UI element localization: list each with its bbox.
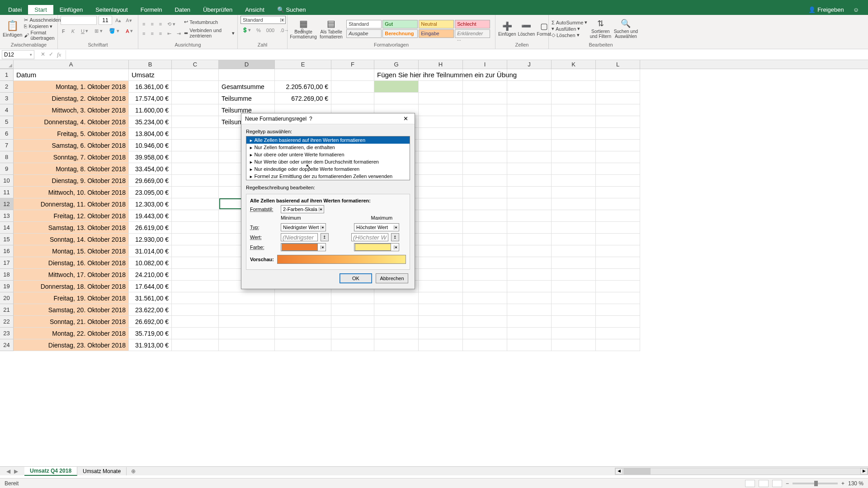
enter-formula-icon[interactable]: ✓ [49, 51, 53, 58]
cond-format-icon[interactable]: ▦ [299, 18, 308, 29]
cell[interactable]: Dienstag, 2. Oktober 2018 [14, 93, 129, 104]
horizontal-scrollbar[interactable]: ◀ ▶ [615, 468, 868, 475]
cell[interactable] [596, 257, 640, 269]
cell[interactable] [172, 198, 219, 210]
add-sheet-button[interactable]: ⊕ [127, 468, 140, 474]
share-button[interactable]: 👤 Freigeben [808, 6, 844, 13]
align-right-icon[interactable]: ≡ [158, 30, 163, 37]
font-name-input[interactable] [61, 16, 97, 25]
rule-option-0[interactable]: Alle Zellen basierend auf ihren Werten f… [246, 136, 410, 144]
align-center-icon[interactable]: ≡ [149, 30, 155, 37]
cell[interactable]: Dienstag, 9. Oktober 2018 [14, 175, 129, 187]
min-color-dropdown[interactable] [281, 243, 326, 251]
cell[interactable]: 672.269,00 € [275, 93, 331, 104]
copy-button[interactable]: ⎘ Kopieren ▾ [24, 23, 61, 29]
border-button[interactable]: ⊞ ▾ [93, 28, 104, 34]
cell[interactable] [596, 187, 640, 198]
rule-type-list[interactable]: Alle Zellen basierend auf ihren Werten f… [246, 136, 410, 180]
cell[interactable]: 11.600,00 € [129, 104, 172, 116]
cell[interactable] [507, 328, 552, 339]
number-format-dropdown[interactable]: Standard [241, 16, 286, 24]
cell[interactable] [596, 116, 640, 128]
rule-option-5[interactable]: Formel zur Ermittlung der zu formatieren… [246, 173, 410, 180]
cell[interactable] [463, 69, 507, 81]
wrap-text-button[interactable]: ↩ Textumbruch [184, 19, 235, 25]
cell[interactable] [552, 81, 596, 93]
column-header-d[interactable]: D [219, 60, 275, 69]
cell[interactable] [507, 210, 552, 222]
cell[interactable] [596, 292, 640, 304]
cell[interactable]: 17.574,00 € [129, 93, 172, 104]
tab-insert[interactable]: Einfügen [53, 5, 89, 14]
cell[interactable] [507, 128, 552, 140]
cell[interactable]: Umsatz [129, 69, 172, 81]
cell[interactable] [463, 281, 507, 292]
cell[interactable] [419, 187, 463, 198]
cell[interactable] [596, 234, 640, 245]
style-ausgabe[interactable]: Ausgabe [346, 29, 382, 38]
cell[interactable] [507, 316, 552, 328]
format-painter-button[interactable]: 🖌 Format übertragen [24, 30, 61, 41]
cell[interactable]: 2.205.670,00 € [275, 81, 331, 93]
sheet-tab-other[interactable]: Umsatz Monate [77, 467, 127, 475]
rule-option-3[interactable]: Nur Werte über oder unter dem Durchschni… [246, 158, 410, 165]
cell[interactable] [596, 93, 640, 104]
cell[interactable] [219, 316, 275, 328]
cell[interactable]: 17.644,00 € [129, 281, 172, 292]
cell[interactable] [419, 222, 463, 234]
row-header[interactable]: 18 [0, 269, 14, 281]
row-header[interactable]: 24 [0, 339, 14, 351]
cell[interactable] [219, 328, 275, 339]
cell[interactable] [507, 81, 552, 93]
cell[interactable] [172, 245, 219, 257]
cell[interactable] [596, 69, 640, 81]
cell[interactable] [596, 151, 640, 163]
cell[interactable] [419, 316, 463, 328]
cell[interactable]: Montag, 8. Oktober 2018 [14, 163, 129, 175]
cell[interactable] [172, 234, 219, 245]
row-header[interactable]: 13 [0, 210, 14, 222]
cell[interactable] [507, 304, 552, 316]
cell[interactable] [507, 163, 552, 175]
min-type-dropdown[interactable]: Niedrigster Wert [281, 223, 326, 231]
cell[interactable] [419, 328, 463, 339]
cell[interactable] [275, 339, 331, 351]
cell[interactable] [552, 316, 596, 328]
cell[interactable] [463, 187, 507, 198]
cell[interactable] [552, 234, 596, 245]
cell[interactable]: 12.303,00 € [129, 198, 172, 210]
cell[interactable] [596, 316, 640, 328]
cell[interactable] [419, 257, 463, 269]
zoom-level[interactable]: 130 % [848, 480, 863, 487]
style-standard[interactable]: Standard [346, 20, 382, 28]
cell[interactable] [463, 128, 507, 140]
cell[interactable] [507, 104, 552, 116]
cell[interactable] [596, 198, 640, 210]
cell[interactable]: Samstag, 13. Oktober 2018 [14, 222, 129, 234]
cell[interactable] [507, 257, 552, 269]
cond-format-button[interactable]: Bedingte Formatierung [290, 29, 316, 39]
row-header[interactable]: 6 [0, 128, 14, 140]
tab-view[interactable]: Ansicht [239, 5, 271, 14]
cell[interactable] [419, 210, 463, 222]
cell[interactable] [172, 104, 219, 116]
align-left-icon[interactable]: ≡ [141, 30, 146, 37]
cell[interactable] [507, 269, 552, 281]
cell[interactable] [331, 316, 374, 328]
cell[interactable] [219, 292, 275, 304]
cell[interactable] [172, 69, 219, 81]
table-format-button[interactable]: Als Tabelle formatieren [318, 29, 344, 39]
cell[interactable] [172, 175, 219, 187]
orientation-icon[interactable]: ⟲ ▾ [166, 21, 177, 28]
cell[interactable]: 12.930,00 € [129, 234, 172, 245]
cell[interactable] [507, 175, 552, 187]
tab-review[interactable]: Überprüfen [197, 5, 239, 14]
cell[interactable] [507, 198, 552, 210]
cell[interactable] [463, 116, 507, 128]
find-select-icon[interactable]: 🔍 [621, 19, 631, 28]
cell[interactable] [596, 163, 640, 175]
cell[interactable]: Donnerstag, 4. Oktober 2018 [14, 116, 129, 128]
search-box[interactable]: 🔍 Suchen [271, 5, 312, 14]
cell[interactable] [596, 269, 640, 281]
merge-center-button[interactable]: ⬌ Verbinden und zentrieren ▾ [184, 28, 235, 38]
